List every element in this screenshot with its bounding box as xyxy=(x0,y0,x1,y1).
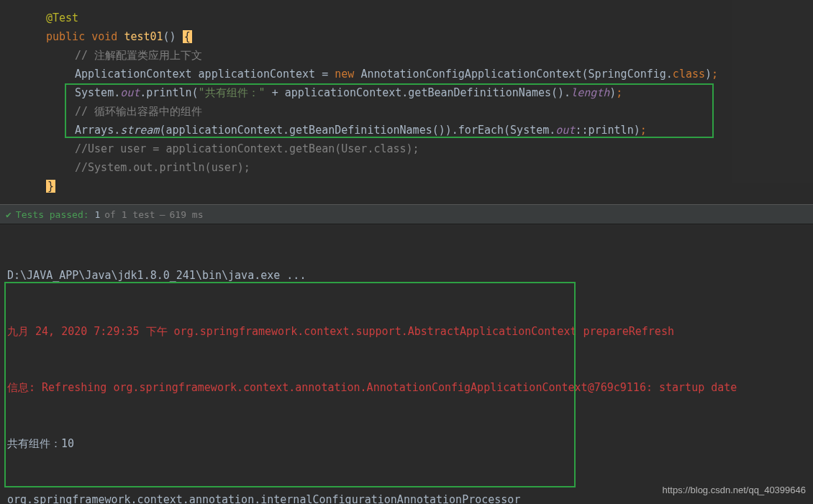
annotation: @Test xyxy=(46,12,78,24)
test-duration: 619 ms xyxy=(170,209,204,220)
class-ref: SpringConfig xyxy=(588,68,666,81)
test-status-bar: ✔ Tests passed: 1 of 1 test – 619 ms xyxy=(0,204,813,224)
type: AnnotationConfigApplicationContext xyxy=(360,68,581,81)
kw-class: class xyxy=(673,68,705,81)
console-output[interactable]: D:\JAVA_APP\Java\jdk1.8.0_241\bin\java.e… xyxy=(0,224,813,504)
watermark: https://blog.csdn.net/qq_40399646 xyxy=(663,485,807,495)
kw-public: public xyxy=(46,30,85,43)
variable: applicationContext xyxy=(199,68,316,81)
method-name: test01 xyxy=(124,30,163,43)
open-brace: { xyxy=(183,30,192,43)
comment-line: //User user = applicationContext.getBean… xyxy=(75,142,419,155)
tests-passed-count: 1 xyxy=(94,209,100,220)
highlight-rectangle xyxy=(4,282,576,487)
comment-line: //System.out.println(user); xyxy=(75,161,250,174)
dash: – xyxy=(160,209,165,220)
kw-new: new xyxy=(335,68,354,81)
highlight-rectangle xyxy=(65,83,714,138)
kw-void: void xyxy=(91,30,117,43)
tests-passed-label: Tests passed: xyxy=(16,209,89,220)
code-editor[interactable]: @Test public void test01() { // 注解配置类应用上… xyxy=(0,0,813,204)
close-brace: } xyxy=(46,180,55,193)
comment-line: // 注解配置类应用上下文 xyxy=(75,49,202,62)
type: ApplicationContext xyxy=(75,68,192,81)
tests-total: of 1 test xyxy=(104,209,155,220)
check-icon: ✔ xyxy=(6,209,12,220)
